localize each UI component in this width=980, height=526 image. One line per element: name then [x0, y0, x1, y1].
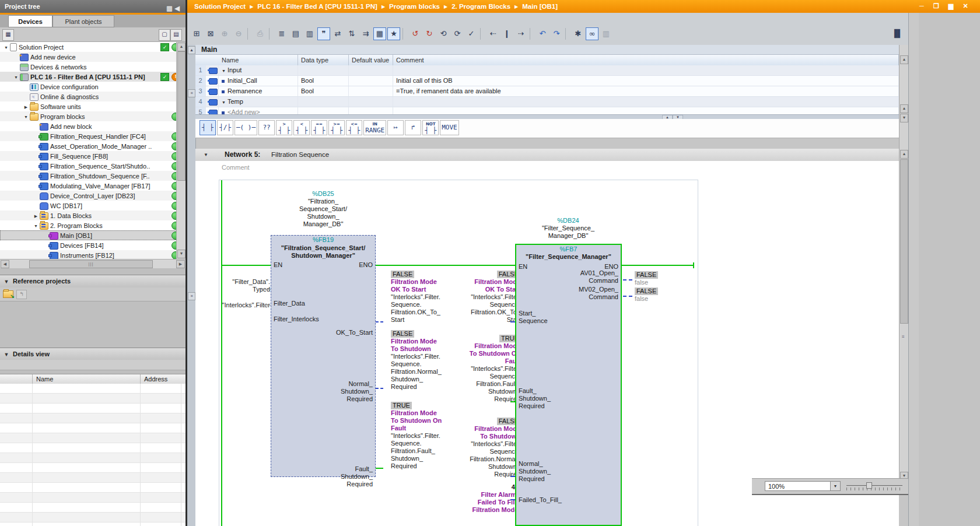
tree-item[interactable]: Online & diagnostics: [0, 92, 186, 101]
tree-item[interactable]: Filtration_Shutdown_Sequence [F..: [0, 171, 186, 181]
reference-projects-header[interactable]: ▼Reference projects: [0, 275, 186, 288]
block-properties-icon[interactable]: ✱: [572, 27, 584, 40]
cell-comment[interactable]: [393, 65, 899, 75]
column-data-type[interactable]: Data type: [298, 55, 349, 65]
tree-item[interactable]: Device configuration: [0, 82, 186, 92]
fb7-input-start-sequence[interactable]: Start_ Sequence: [519, 310, 548, 325]
details-column-name[interactable]: Name: [32, 374, 140, 384]
cell-comment[interactable]: [393, 97, 899, 107]
details-column-address[interactable]: Address: [140, 374, 181, 384]
favorite-move-arrow[interactable]: ↦: [387, 120, 404, 135]
auto-collapse-icon[interactable]: ▥: [166, 5, 174, 12]
interface-row[interactable]: 4 ▼Temp: [195, 97, 899, 107]
interface-row[interactable]: 1 ▼Input: [195, 65, 899, 76]
diagram-view-icon[interactable]: ▤: [170, 29, 182, 41]
expand-arrow-icon[interactable]: ▼: [32, 221, 40, 231]
breadcrumb-item[interactable]: PLC 16 - Filter Bed A [CPU 1511-1 PN]: [257, 0, 377, 13]
right-operand-fault-shutdown[interactable]: TRUE Filtration Mode To Shutdown On Faul…: [448, 335, 520, 403]
favorite-compare-greater[interactable]: > ┤ ├: [276, 120, 292, 135]
hold-monitor-icon[interactable]: ▥: [600, 27, 612, 40]
goto-next-icon[interactable]: ⇢: [514, 27, 527, 40]
scroll-up-icon[interactable]: ▲: [900, 55, 908, 64]
interface-row[interactable]: 5 <Add new>: [195, 107, 899, 114]
collapse-interface-icon[interactable]: ▲: [188, 46, 195, 54]
monitor-mv02-open-command[interactable]: FALSE false: [635, 287, 687, 303]
pin-block-icon[interactable]: ⎙: [254, 27, 267, 40]
tree-item[interactable]: Main [OB1]: [0, 230, 186, 240]
details-empty-row[interactable]: [0, 453, 186, 463]
tree-item[interactable]: Instruments [FB12]: [0, 250, 186, 259]
favorites-toggle-icon[interactable]: ★: [387, 27, 400, 40]
favorite-contact-not[interactable]: NOT ┤ ├: [422, 120, 439, 135]
fb19-input-filter-interlocks[interactable]: Filter_Interlocks: [274, 315, 319, 323]
cell-data-type[interactable]: Bool: [298, 86, 349, 96]
details-empty-row[interactable]: [0, 404, 186, 413]
scroll-up-icon[interactable]: ▲: [900, 104, 908, 113]
close-icon[interactable]: ✕: [959, 0, 972, 12]
remove-reference-icon[interactable]: ↰: [16, 290, 27, 299]
tab-plant-objects[interactable]: Plant objects: [52, 15, 114, 27]
scroll-down-icon[interactable]: ▼: [177, 250, 186, 258]
fb7-block[interactable]: %FB7 "Filter_Sequence_Manager" EN ENO AV…: [515, 244, 622, 526]
undo-icon[interactable]: ↶: [536, 27, 549, 40]
minimize-icon[interactable]: ─: [915, 0, 928, 12]
favorite-empty-box[interactable]: ??: [258, 120, 275, 135]
cell-comment[interactable]: [393, 107, 899, 114]
fb19-output-normal-shutdown[interactable]: Normal_ Shutdown_ Required: [303, 380, 373, 403]
tree-item[interactable]: ▼Program blocks: [0, 111, 186, 121]
cell-name[interactable]: ▼Input: [219, 65, 298, 75]
tree-item[interactable]: Device_Control_Layer [DB23]: [0, 191, 186, 201]
goto-definition-icon[interactable]: ❙: [501, 27, 513, 40]
delete-network-icon[interactable]: ⊠: [204, 27, 217, 40]
details-empty-row[interactable]: [0, 473, 186, 483]
toolbar-icon[interactable]: [565, 28, 569, 40]
db24-label[interactable]: %DB24 "Filter_Sequence_ Manager_DB": [522, 217, 615, 240]
monitoring-glasses-icon[interactable]: ∞: [586, 27, 598, 40]
tree-item[interactable]: ▼Solution Project ✓: [0, 42, 186, 52]
fb19-eno-pin[interactable]: ENO: [359, 261, 373, 268]
tree-item[interactable]: Filtration_Sequence_Start/Shutdo..: [0, 161, 186, 171]
scroll-up-icon[interactable]: ▲: [900, 150, 908, 159]
db25-label[interactable]: %DB25 "Filtration_ Sequence_Start/ Shutd…: [276, 190, 370, 228]
fb7-input-normal-shutdown-required[interactable]: Normal_ Shutdown_ Required: [519, 460, 551, 483]
details-empty-row[interactable]: [0, 513, 186, 523]
update-block-calls-icon[interactable]: ⟲: [437, 27, 450, 40]
fb19-en-pin[interactable]: EN: [274, 261, 282, 268]
details-view-header[interactable]: ▼Details view: [0, 348, 186, 361]
cell-default-value[interactable]: [349, 86, 393, 96]
cell-default-value[interactable]: [349, 76, 393, 86]
details-empty-row[interactable]: [0, 463, 186, 473]
fb19-output-ok-to-start[interactable]: OK_To_Start: [303, 329, 373, 336]
cell-comment[interactable]: Initial call of this OB: [393, 76, 899, 86]
scroll-left-icon[interactable]: ◀: [1, 260, 9, 268]
scrollbar-grip-icon[interactable]: ≡: [902, 334, 905, 339]
details-empty-row[interactable]: [0, 493, 186, 503]
tree-item[interactable]: ▶1. Data Blocks: [0, 211, 186, 220]
toolbar-icon[interactable]: [530, 28, 534, 40]
cell-name[interactable]: Initial_Call: [219, 76, 298, 86]
details-empty-row[interactable]: [0, 443, 186, 453]
both-operands-icon[interactable]: ⇉: [359, 27, 372, 40]
fb7-input-failed-to-fill[interactable]: Failed_To_Fill_: [519, 496, 562, 504]
tree-item[interactable]: Modulating_Valve_Manager [FB17]: [0, 181, 186, 191]
scroll-thumb[interactable]: [177, 51, 186, 181]
fb19-output-fault-shutdown[interactable]: Fault_ Shutdown_ Required: [303, 465, 373, 488]
favorite-compare-greater-equal[interactable]: >= ┤ ├: [328, 120, 345, 135]
lad-canvas[interactable]: Comment %DB25 "Filtration_ Sequence_Star…: [195, 161, 899, 526]
favorite-coil[interactable]: ─( )─: [235, 120, 257, 135]
favorite-contact-closed[interactable]: ┤/├: [217, 120, 233, 135]
column-name[interactable]: Name: [219, 55, 298, 65]
operand-filter-data[interactable]: "Filter_Data". Typed: [195, 278, 270, 293]
cell-comment[interactable]: =True, if remanent data are available: [393, 86, 899, 96]
fb7-en-pin[interactable]: EN: [519, 263, 527, 270]
network-comment-placeholder[interactable]: Comment: [222, 164, 250, 171]
network-header[interactable]: ▼ Network 5: Filtration Sequence: [195, 149, 899, 162]
gutter-grip-icon[interactable]: ≡: [188, 292, 195, 300]
previous-error-icon[interactable]: ↺: [409, 27, 422, 40]
cell-data-type[interactable]: [298, 97, 349, 107]
fb7-input-fault-shutdown-required[interactable]: Fault_ Shutdown_ Required: [519, 387, 551, 410]
tree-item[interactable]: ▶Software units: [0, 101, 186, 111]
expand-arrow-icon[interactable]: ▼: [2, 43, 10, 52]
insert-row-icon[interactable]: ⊕: [218, 27, 231, 40]
align-elements-icon[interactable]: ≣: [275, 27, 288, 40]
